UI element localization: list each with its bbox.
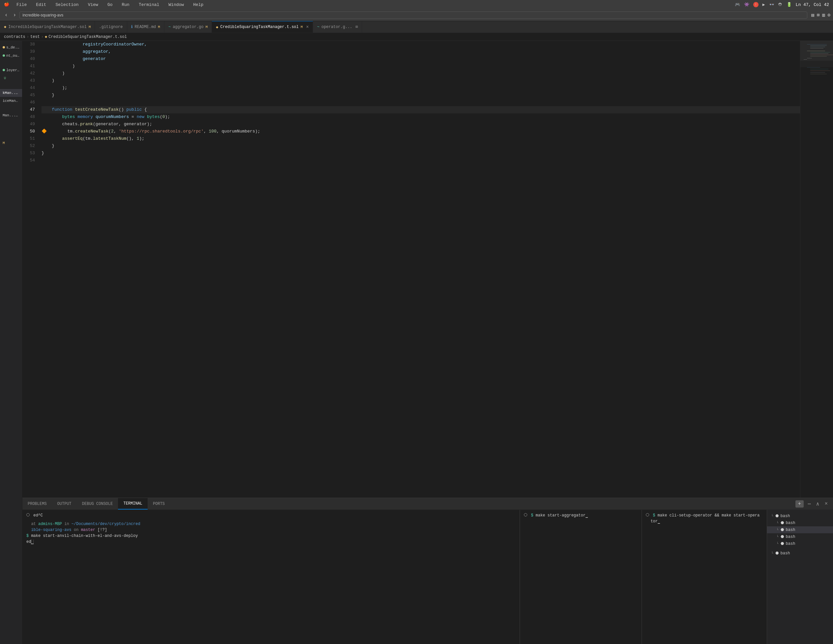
menu-apple[interactable]: 🍎 xyxy=(4,2,9,8)
sidebar-file-output[interactable]: nt_out... xyxy=(0,52,22,60)
tab-modified-5: M xyxy=(301,25,303,29)
menu-icon-4: ▶ xyxy=(762,2,765,7)
term2-line-1: $ make start-aggregator█ xyxy=(524,512,638,518)
term-line-cmd: $ make start-anvil-chain-with-el-and-avs… xyxy=(26,533,516,539)
menu-icon-1: 🎮 xyxy=(735,2,740,7)
nav-back[interactable]: ‹ xyxy=(3,11,10,19)
menu-icon-2: 👾 xyxy=(744,2,749,7)
nav-bar: ‹ › ▤ ⊞ ▥ ⚙ xyxy=(0,9,833,21)
tab-icon-3: ℹ xyxy=(131,24,133,29)
bash-item-2[interactable]: └ ⬣ bash xyxy=(767,519,833,526)
code-line-41: ) xyxy=(42,63,800,70)
svg-rect-12 xyxy=(800,41,833,67)
settings-icon[interactable]: ⚙ xyxy=(828,12,830,18)
menu-selection[interactable]: Selection xyxy=(53,2,80,8)
code-line-40: generator xyxy=(42,55,800,63)
bash-item-3[interactable]: └ ⬣ bash xyxy=(767,526,833,533)
code-line-45: } xyxy=(42,92,800,99)
menu-view[interactable]: View xyxy=(86,2,100,8)
tab-split-icon[interactable]: ⊞ xyxy=(355,24,358,29)
menu-run[interactable]: Run xyxy=(120,2,131,8)
terminal-body: ed^C at admins-MBP in ~/Documents/dev/cr… xyxy=(23,510,833,644)
bash-label-5: bash xyxy=(786,541,796,546)
tab-problems[interactable]: PROBLEMS xyxy=(23,498,52,510)
tab-label-2: .gitignore xyxy=(99,25,122,29)
sidebar-file-sde[interactable]: s_de... M xyxy=(0,43,22,52)
term-line-path: at admins-MBP in ~/Documents/dev/crypto/… xyxy=(26,521,516,527)
terminal-pane-3[interactable]: $ make cli-setup-operator && make start-… xyxy=(642,510,767,644)
bash-label-1: bash xyxy=(781,514,790,518)
left-panel: s_de... M nt_out... loyer.s.sol U kMan..… xyxy=(0,41,23,644)
terminal-pane-1[interactable]: ed^C at admins-MBP in ~/Documents/dev/cr… xyxy=(23,510,520,644)
sidebar-file-kman[interactable]: kMan... M xyxy=(0,89,22,97)
terminal-sidebar: └ ⬣ bash └ ⬣ bash └ ⬣ bash xyxy=(767,510,833,644)
tab-aggregator[interactable]: ~ aggregator.go M xyxy=(164,21,212,33)
menu-file[interactable]: File xyxy=(14,2,29,8)
menu-battery: 🔋 xyxy=(786,2,792,7)
menu-go[interactable]: Go xyxy=(105,2,115,8)
menu-terminal[interactable]: Terminal xyxy=(137,2,161,8)
sidebar-file-deployer[interactable]: loyer.s.sol xyxy=(0,66,22,74)
tab-icon-6: ~ xyxy=(317,25,319,29)
breadcrumb-contracts[interactable]: contracts xyxy=(4,35,26,39)
tab-gitignore[interactable]: .gitignore xyxy=(95,21,127,33)
tab-ports[interactable]: PORTS xyxy=(148,498,170,510)
panel-maximize-button[interactable]: ∧ xyxy=(815,500,821,508)
tab-label-1: IncredibleSquaringTaskManager.sol xyxy=(8,25,87,29)
bash-item-5[interactable]: └ ⬣ bash xyxy=(767,540,833,547)
nav-forward[interactable]: › xyxy=(11,11,18,19)
term-line-1: ed^C xyxy=(26,512,516,518)
tab-readme[interactable]: ℹ README.md M xyxy=(127,21,164,33)
tab-terminal[interactable]: TERMINAL xyxy=(118,498,148,510)
code-line-46 xyxy=(42,99,800,106)
breadcrumb-test[interactable]: test xyxy=(30,35,40,39)
term3-line-2: tor█ xyxy=(646,518,763,524)
breadcrumb-icon: ◆ xyxy=(45,34,47,39)
tab-incredible-squaring[interactable]: ◆ IncredibleSquaringTaskManager.sol M xyxy=(0,21,95,33)
tab-icon-5: ◆ xyxy=(216,25,218,30)
line-numbers: 38 39 40 41 42 43 44 45 46 47 48 49 50 5… xyxy=(23,41,39,497)
panel-menu-button[interactable]: ⋯ xyxy=(806,500,812,508)
menu-bar: 🍎 File Edit Selection View Go Run Termin… xyxy=(0,0,833,9)
menu-window[interactable]: Window xyxy=(166,2,186,8)
tab-icon-4: ~ xyxy=(168,25,171,29)
code-line-49: cheats.prank(generator, generator); xyxy=(42,121,800,128)
term3-line-1: $ make cli-setup-operator && make start-… xyxy=(646,512,763,518)
bash-label-2: bash xyxy=(786,521,796,525)
terminal-add-button[interactable]: + xyxy=(796,500,804,507)
panel-tabs: PROBLEMS OUTPUT DEBUG CONSOLE TERMINAL P… xyxy=(23,498,833,510)
nav-search-input[interactable] xyxy=(19,11,807,19)
sidebar-toggle-icon[interactable]: ▤ xyxy=(811,12,814,18)
tab-modified-3: M xyxy=(158,25,160,29)
bash-item-1[interactable]: └ ⬣ bash xyxy=(767,512,833,519)
tab-debug-console[interactable]: DEBUG CONSOLE xyxy=(77,498,118,510)
panel-icon[interactable]: ▥ xyxy=(822,12,825,18)
layout-icon[interactable]: ⊞ xyxy=(817,12,820,18)
menu-help[interactable]: Help xyxy=(191,2,205,8)
tab-output[interactable]: OUTPUT xyxy=(52,498,77,510)
code-content[interactable]: registryCoordinatorOwner, aggregator, ge… xyxy=(39,41,800,497)
sidebar-file-man[interactable]: Man... M xyxy=(0,111,22,119)
menu-icon-6: ⛑ xyxy=(778,2,783,7)
tab-credible-squaring[interactable]: ◆ CredibleSquaringTaskManager.t.sol M × xyxy=(212,21,313,33)
code-line-42: ) xyxy=(42,70,800,77)
sidebar-file-u[interactable]: U xyxy=(0,74,22,82)
code-line-53: } xyxy=(42,150,800,157)
code-line-39: aggregator, xyxy=(42,48,800,55)
bash-label-6: bash xyxy=(781,551,790,555)
code-line-54 xyxy=(42,157,800,164)
menu-edit[interactable]: Edit xyxy=(34,2,48,8)
tab-close-5[interactable]: × xyxy=(306,24,309,30)
code-editor[interactable]: 38 39 40 41 42 43 44 45 46 47 48 49 50 5… xyxy=(23,41,833,497)
bash-item-6[interactable]: └ ⬣ bash xyxy=(767,550,833,557)
tab-bar: ◆ IncredibleSquaringTaskManager.sol M .g… xyxy=(0,21,833,33)
bash-item-4[interactable]: └ ⬣ bash xyxy=(767,533,833,540)
code-line-47: function testCreateNewTask() public { xyxy=(42,106,800,113)
panel-close-button[interactable]: × xyxy=(823,500,829,507)
sidebar-file-m2[interactable]: M xyxy=(0,139,22,147)
terminal-pane-2[interactable]: $ make start-aggregator█ xyxy=(520,510,642,644)
menu-bar-right: 🎮 👾 ! ▶ 👓 ⛑ 🔋 Ln 47, Col 42 xyxy=(735,2,829,7)
code-line-51: assertEq(tm.latestTaskNum(), 1); xyxy=(42,135,800,142)
sidebar-file-icemanag[interactable]: iceManag... xyxy=(0,97,22,105)
tab-operator[interactable]: ~ operator.g... ⊞ xyxy=(313,21,362,33)
